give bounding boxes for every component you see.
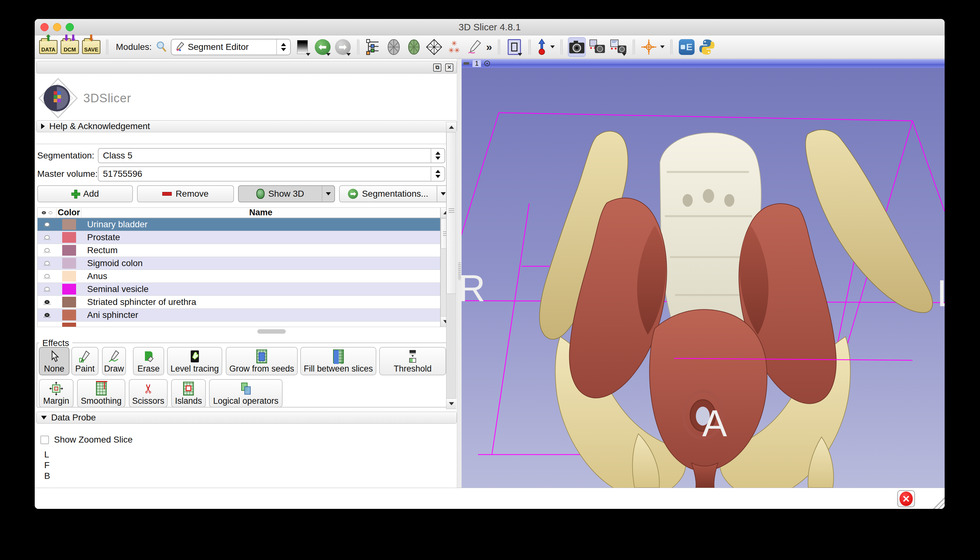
orientation-readout: LFB — [44, 449, 50, 482]
segment-color-cell[interactable] — [57, 219, 82, 230]
logical-operators-icon — [239, 381, 253, 396]
undock-panel-icon[interactable]: ⧉ — [433, 63, 442, 72]
module-pencil-icon — [175, 42, 185, 52]
segment-color-cell[interactable] — [57, 232, 82, 243]
eye-hidden-icon[interactable] — [38, 235, 57, 240]
eye-visible-icon[interactable] — [38, 300, 57, 305]
effect-button-grow-from-seeds[interactable]: Grow from seeds — [226, 347, 298, 375]
load-data-button[interactable]: ⬆ DATA — [39, 38, 57, 57]
threed-view-header[interactable]: 1 — [462, 59, 945, 68]
scene-view-button[interactable] — [588, 38, 606, 57]
segment-name-cell[interactable]: Prostate — [82, 232, 440, 242]
master-volume-combobox[interactable]: 51755596 — [98, 167, 445, 182]
show-3d-dropdown[interactable] — [322, 186, 334, 202]
segment-row[interactable]: Striated sphincter of urethra — [38, 296, 440, 309]
segment-color-cell[interactable] — [57, 284, 82, 295]
view-controls-icon[interactable] — [484, 61, 490, 66]
module-selector-combobox[interactable]: Segment Editor — [171, 39, 291, 55]
effect-button-scissors[interactable]: ✂Scissors — [129, 379, 168, 408]
eye-hidden-icon[interactable] — [38, 261, 57, 266]
module-history-button[interactable] — [365, 38, 382, 57]
segment-color-cell[interactable] — [57, 310, 82, 320]
layout-selector-button[interactable] — [506, 38, 523, 57]
eye-hidden-icon[interactable] — [38, 222, 57, 227]
segment-row-partial[interactable] — [38, 322, 440, 327]
effect-button-margin[interactable]: Margin — [39, 379, 73, 408]
save-button[interactable]: ⬇ SAVE — [82, 38, 100, 57]
crosshair-button[interactable] — [641, 38, 665, 57]
python-console-button[interactable] — [698, 38, 715, 57]
scene-view-restore-button[interactable] — [609, 38, 627, 57]
view-pin-icon[interactable] — [463, 62, 469, 65]
segment-name-cell[interactable]: Anus — [82, 271, 440, 281]
close-panel-icon[interactable]: ✕ — [445, 63, 453, 72]
segment-color-cell[interactable] — [57, 297, 82, 307]
annotations-button[interactable] — [466, 38, 483, 57]
threed-canvas[interactable]: R L A — [462, 68, 945, 488]
eye-hidden-icon[interactable] — [38, 287, 57, 292]
toolbar-overflow-button[interactable]: » — [486, 41, 492, 53]
extensions-manager-button[interactable]: E — [678, 38, 695, 57]
load-dicom-button[interactable]: ⬇⬇ DCM — [61, 38, 79, 57]
show-3d-button[interactable]: Show 3D — [238, 185, 335, 202]
volume-rendering-button[interactable] — [405, 38, 422, 57]
effect-button-erase[interactable]: Erase — [133, 347, 164, 375]
module-forward-button[interactable]: ➡ — [334, 38, 352, 57]
data-probe-section[interactable]: Data Probe — [36, 412, 457, 423]
effect-button-fill-between-slices[interactable]: Fill between slices — [300, 347, 376, 375]
segment-row[interactable]: Ani sphincter — [38, 309, 440, 322]
scroll-up-arrow[interactable] — [447, 122, 456, 133]
segment-name-cell[interactable]: Urinary bladder — [82, 219, 440, 230]
search-icon[interactable] — [155, 40, 168, 54]
eye-hidden-icon[interactable] — [38, 274, 57, 279]
segmentations-button[interactable]: ➡ Segmentations... — [339, 185, 450, 202]
resize-grip[interactable] — [931, 495, 945, 509]
segment-row[interactable]: Seminal vesicle — [38, 283, 440, 296]
effect-button-draw[interactable]: Draw — [102, 347, 126, 375]
eye-visible-icon[interactable] — [38, 313, 57, 318]
segment-name-cell[interactable]: Sigmoid colon — [82, 258, 440, 268]
horizontal-scroll-handle[interactable] — [257, 329, 286, 334]
panel-view-splitter[interactable] — [457, 59, 462, 488]
markups-button[interactable]: ✳✳✳ — [446, 38, 463, 57]
scrollbar-thumb[interactable] — [447, 132, 456, 294]
panel-scrollbar[interactable] — [446, 122, 456, 409]
effect-button-smoothing[interactable]: Smoothing — [77, 379, 125, 408]
add-segment-button[interactable]: Add — [37, 185, 133, 202]
module-selector-spinner[interactable] — [276, 40, 290, 55]
segment-color-cell[interactable] — [57, 258, 82, 268]
segmentation-combobox[interactable]: Class 5 — [98, 148, 445, 163]
effect-button-islands[interactable]: Islands — [171, 379, 206, 408]
effect-button-none[interactable]: None — [39, 347, 70, 375]
error-log-button[interactable]: ✕ — [897, 490, 915, 507]
remove-segment-button[interactable]: Remove — [137, 185, 234, 202]
transforms-button[interactable] — [426, 38, 443, 57]
segment-color-cell[interactable] — [57, 245, 82, 256]
effect-button-level-tracing[interactable]: Level tracing — [167, 347, 222, 375]
segment-row[interactable]: Rectum — [38, 244, 440, 257]
effect-button-threshold[interactable]: Threshold — [379, 347, 446, 375]
window-level-button[interactable] — [294, 38, 311, 57]
module-back-button[interactable]: ⬅ — [314, 38, 331, 57]
segment-row[interactable]: Urinary bladder — [38, 218, 440, 231]
show-zoomed-slice-checkbox[interactable] — [40, 436, 49, 444]
segment-color-cell[interactable] — [57, 271, 82, 282]
segment-name-cell[interactable]: Seminal vesicle — [82, 284, 440, 294]
threed-view[interactable]: 1 — [462, 59, 945, 488]
segment-name-cell[interactable]: Rectum — [82, 245, 440, 255]
mouse-interaction-button[interactable] — [537, 38, 555, 57]
segment-row[interactable]: Anus — [38, 270, 440, 283]
segment-row[interactable]: Prostate — [38, 231, 440, 244]
scroll-down-arrow[interactable] — [447, 398, 456, 409]
data-module-button[interactable] — [385, 38, 402, 57]
segment-row[interactable]: Sigmoid colon — [38, 257, 440, 270]
effect-button-logical-operators[interactable]: Logical operators — [209, 379, 283, 408]
toolbar-separator — [528, 39, 531, 55]
segment-name-cell[interactable]: Ani sphincter — [82, 310, 440, 320]
eye-hidden-icon[interactable] — [38, 248, 57, 253]
effect-button-paint[interactable]: Paint — [72, 347, 98, 375]
segment-name-cell[interactable]: Striated sphincter of urethra — [82, 297, 440, 307]
help-acknowledgement-section[interactable]: Help & Acknowledgement — [36, 120, 457, 132]
extensions-icon: E — [679, 39, 695, 55]
screenshot-button[interactable] — [568, 38, 585, 57]
